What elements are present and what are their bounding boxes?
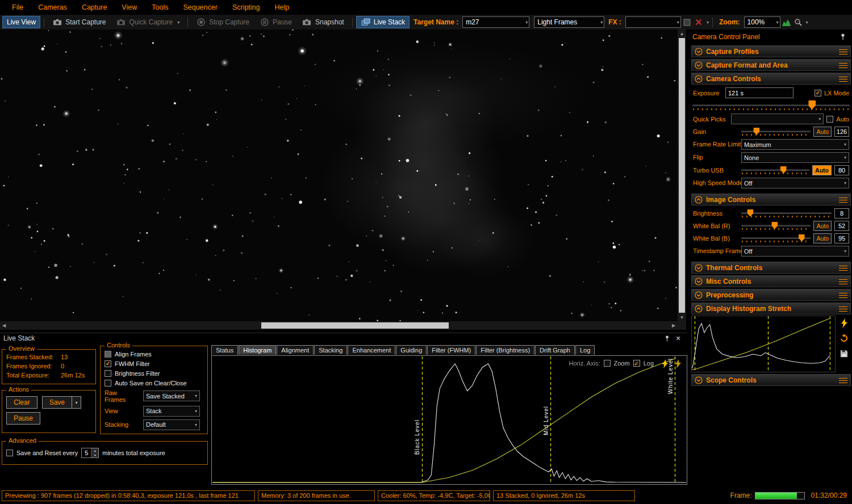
histogram-zoom-checkbox[interactable]	[604, 360, 611, 367]
fwhm-filter-checkbox[interactable]	[105, 360, 111, 367]
histogram-log-checkbox[interactable]	[633, 360, 640, 367]
raw-frames-select[interactable]: Save Stacked▾	[143, 390, 200, 401]
close-icon[interactable]: ×	[673, 333, 684, 344]
quick-picks-select[interactable]: ▾	[731, 114, 824, 124]
stepper-down-icon[interactable]: ▼	[91, 453, 98, 457]
stretch-options-lightning-icon[interactable]	[673, 358, 684, 369]
section-capture-format[interactable]: Capture Format and Area	[691, 59, 851, 71]
turbo-usb-slider[interactable]	[741, 166, 809, 175]
brightness-filter-checkbox[interactable]	[105, 370, 111, 377]
white-balance-b-auto-button[interactable]: Auto	[813, 233, 832, 243]
exposure-slider[interactable]	[692, 100, 850, 112]
brightness-slider[interactable]	[741, 209, 832, 219]
section-image-controls[interactable]: Image Controls	[691, 194, 851, 205]
section-display-histogram-stretch[interactable]: Display Histogram Stretch	[691, 303, 851, 314]
menu-item-file[interactable]: File	[5, 3, 31, 11]
section-menu-icon[interactable]	[839, 304, 847, 313]
timestamp-frames-select[interactable]: Off▾	[741, 246, 849, 257]
tab-drift-graph[interactable]: Drift Graph	[535, 345, 575, 355]
pin-icon[interactable]	[837, 31, 849, 43]
section-camera-controls[interactable]: Camera Controls	[691, 73, 851, 85]
flip-select[interactable]: None▾	[741, 152, 849, 163]
section-menu-icon[interactable]	[839, 47, 847, 56]
live-stack-histogram-plot[interactable]: Horiz. Axis: Zoom Log Black Level Mid Le…	[211, 355, 687, 485]
display-stretch-graph[interactable]	[691, 316, 836, 372]
section-menu-icon[interactable]	[839, 263, 847, 272]
scroll-up-icon[interactable]: ▲	[678, 30, 686, 37]
white-balance-r-slider[interactable]	[741, 221, 811, 231]
frame-rate-limit-select[interactable]: Maximum▾	[741, 139, 849, 150]
quick-capture-button[interactable]: Quick Capture ▾	[112, 16, 185, 28]
snapshot-button[interactable]: Snapshot	[298, 16, 349, 28]
scroll-left-icon[interactable]: ◀	[0, 321, 8, 330]
vertical-scroll-thumb[interactable]	[679, 38, 685, 313]
menu-item-capture[interactable]: Capture	[74, 3, 114, 11]
menu-item-tools[interactable]: Tools	[144, 3, 176, 11]
save-split-button[interactable]: Save ▾	[42, 396, 81, 409]
auto-save-checkbox[interactable]	[105, 380, 111, 387]
chevron-down-icon[interactable]: ▾	[707, 20, 709, 25]
histogram-canvas[interactable]	[212, 356, 686, 484]
frame-type-select[interactable]: Light Frames ▾	[534, 16, 604, 28]
horizontal-scroll-thumb[interactable]	[261, 322, 449, 329]
section-capture-profiles[interactable]: Capture Profiles	[691, 45, 851, 57]
white-balance-b-value[interactable]: 95	[834, 233, 849, 243]
tab-guiding[interactable]: Guiding	[396, 345, 427, 355]
section-menu-icon[interactable]	[839, 61, 847, 70]
tab-stacking[interactable]: Stacking	[314, 345, 347, 355]
gain-slider[interactable]	[741, 127, 811, 137]
fx-select[interactable]: ▾	[625, 16, 681, 28]
view-select[interactable]: Stack▾	[143, 406, 200, 417]
section-menu-icon[interactable]	[839, 291, 847, 300]
vertical-scrollbar[interactable]: ▲ ▼	[678, 30, 686, 321]
menu-item-scripting[interactable]: Scripting	[225, 3, 268, 11]
turbo-usb-value[interactable]: 80	[834, 165, 849, 175]
section-menu-icon[interactable]	[839, 277, 847, 286]
menu-item-sequencer[interactable]: Sequencer	[176, 3, 224, 11]
exposure-input[interactable]: 121 s	[725, 87, 793, 98]
selection-area-icon[interactable]	[682, 16, 692, 28]
scroll-right-icon[interactable]: ▶	[670, 321, 678, 330]
white-balance-r-auto-button[interactable]: Auto	[813, 221, 832, 231]
white-balance-b-slider[interactable]	[741, 234, 811, 243]
auto-stretch-lightning-icon[interactable]	[659, 358, 671, 369]
display-stretch-canvas[interactable]	[692, 316, 830, 371]
zoom-tool-icon[interactable]	[793, 16, 803, 28]
align-frames-checkbox[interactable]	[105, 351, 111, 358]
pin-icon[interactable]	[661, 333, 673, 344]
section-menu-icon[interactable]	[839, 376, 847, 385]
section-menu-icon[interactable]	[839, 195, 847, 204]
section-menu-icon[interactable]	[839, 74, 847, 83]
gain-value[interactable]: 126	[834, 127, 849, 137]
minutes-stepper[interactable]: 5 ▲▼	[81, 448, 99, 458]
target-name-input[interactable]: m27 ▾	[462, 16, 529, 28]
tab-filter-brightness[interactable]: Filter (Brightness)	[476, 345, 534, 355]
tab-histogram[interactable]: Histogram	[239, 345, 276, 355]
tab-filter-fwhm[interactable]: Filter (FWHM)	[427, 345, 475, 355]
save-and-reset-checkbox[interactable]	[6, 450, 13, 456]
start-capture-button[interactable]: Start Capture	[48, 16, 110, 28]
pause-capture-button[interactable]: Pause	[255, 16, 296, 28]
stepper-up-icon[interactable]: ▲	[91, 448, 98, 453]
fx-clear-icon[interactable]	[694, 16, 704, 28]
live-stack-button[interactable]: Live Stack	[356, 16, 410, 28]
main-image-canvas[interactable]	[0, 30, 678, 321]
white-balance-r-value[interactable]: 52	[834, 221, 849, 231]
tab-alignment[interactable]: Alignment	[277, 345, 314, 355]
high-speed-mode-select[interactable]: Off▾	[741, 178, 849, 188]
scroll-down-icon[interactable]: ▼	[678, 313, 686, 321]
chevron-down-icon[interactable]: ▾	[806, 20, 808, 25]
auto-stretch-histogram-icon[interactable]	[782, 16, 792, 28]
menu-item-help[interactable]: Help	[268, 3, 297, 11]
stacking-select[interactable]: Default▾	[143, 419, 200, 430]
brightness-value[interactable]: 8	[834, 208, 849, 219]
save-button[interactable]: Save	[42, 396, 72, 409]
tab-log[interactable]: Log	[575, 345, 595, 355]
tab-enhancement[interactable]: Enhancement	[348, 345, 395, 355]
turbo-usb-auto-button[interactable]: Auto	[812, 165, 832, 175]
pause-button[interactable]: Pause	[6, 412, 40, 425]
menu-item-view[interactable]: View	[114, 3, 144, 11]
save-menu-chevron-icon[interactable]: ▾	[72, 396, 81, 409]
section-thermal-controls[interactable]: Thermal Controls	[691, 262, 851, 274]
lx-mode-checkbox[interactable]	[815, 90, 821, 96]
